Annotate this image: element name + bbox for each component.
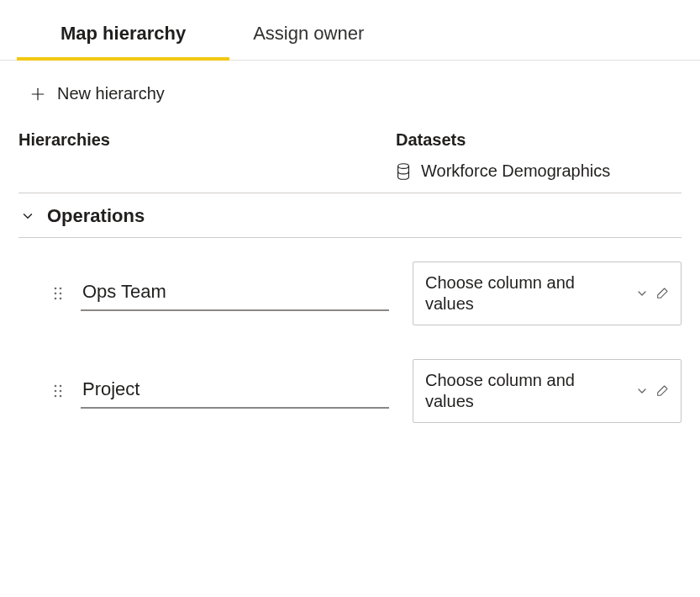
svg-point-11 <box>55 390 57 393</box>
svg-point-4 <box>60 288 62 290</box>
group-name: Operations <box>47 205 145 227</box>
drag-handle-icon[interactable] <box>54 287 62 300</box>
svg-point-13 <box>55 395 57 398</box>
hierarchies-heading: Hierarchies <box>18 130 372 177</box>
content-area: New hierarchy Hierarchies Datasets Workf… <box>0 61 700 457</box>
svg-point-14 <box>60 395 62 398</box>
column-values-select[interactable]: Choose column and values <box>413 359 682 423</box>
svg-point-8 <box>60 298 62 300</box>
plus-icon <box>30 87 45 102</box>
svg-point-7 <box>55 298 57 300</box>
tab-assign-owner[interactable]: Assign owner <box>253 23 364 60</box>
hierarchy-name-input[interactable] <box>81 373 389 409</box>
new-hierarchy-button[interactable]: New hierarchy <box>24 79 171 108</box>
svg-point-5 <box>55 293 57 295</box>
database-icon <box>396 163 411 180</box>
dataset-name: Workforce Demographics <box>421 161 610 181</box>
hierarchy-row: Choose column and values <box>18 359 682 423</box>
select-label: Choose column and values <box>425 273 575 313</box>
chevron-down-icon <box>635 287 649 300</box>
hierarchy-field <box>18 373 389 409</box>
chevron-down-icon <box>635 384 649 398</box>
svg-point-12 <box>60 390 62 393</box>
svg-point-3 <box>55 288 57 290</box>
dataset-item[interactable]: Workforce Demographics <box>396 161 682 181</box>
select-label: Choose column and values <box>425 371 575 410</box>
tab-assign-owner-label: Assign owner <box>253 23 364 44</box>
svg-point-6 <box>60 293 62 295</box>
drag-handle-icon[interactable] <box>54 384 62 398</box>
group-toggle-operations[interactable]: Operations <box>18 193 682 237</box>
eraser-icon[interactable] <box>655 287 669 300</box>
divider-group <box>18 237 682 238</box>
hierarchy-field <box>18 276 389 311</box>
chevron-down-icon <box>20 209 35 224</box>
hierarchy-rows: Choose column and values <box>18 262 682 457</box>
tab-map-hierarchy-label: Map hierarchy <box>61 23 186 44</box>
eraser-icon[interactable] <box>655 384 669 398</box>
svg-point-2 <box>398 163 409 168</box>
svg-point-9 <box>55 385 57 388</box>
datasets-heading: Datasets <box>396 130 682 150</box>
tab-map-hierarchy[interactable]: Map hierarchy <box>61 23 186 60</box>
hierarchy-row: Choose column and values <box>18 262 682 325</box>
hierarchy-name-input[interactable] <box>81 276 389 311</box>
svg-point-10 <box>60 385 62 388</box>
columns: Hierarchies Datasets Workforce Demograph… <box>18 125 682 238</box>
tabs-bar: Map hierarchy Assign owner <box>0 0 700 61</box>
column-values-select[interactable]: Choose column and values <box>413 262 682 325</box>
new-hierarchy-label: New hierarchy <box>57 84 165 103</box>
